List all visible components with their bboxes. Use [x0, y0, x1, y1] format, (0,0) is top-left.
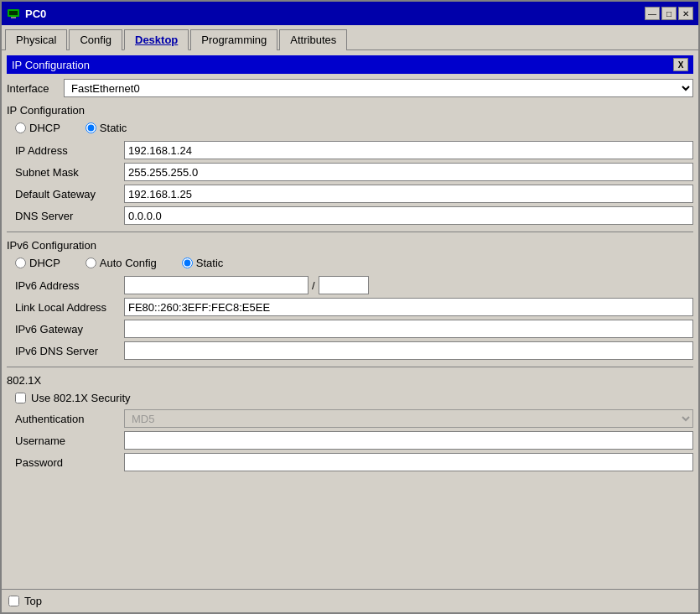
auth-label: Authentication: [7, 413, 124, 425]
app-icon: [7, 7, 20, 20]
username-row: Username: [7, 431, 693, 450]
interface-label: Interface: [7, 82, 57, 95]
ipv6-auto-radio-label[interactable]: Auto Config: [86, 257, 157, 269]
use-dot1x-label: Use 802.1X Security: [31, 392, 131, 404]
top-checkbox[interactable]: [8, 596, 19, 606]
use-dot1x-checkbox[interactable]: [15, 393, 26, 403]
ipv6-dns-label: IPv6 DNS Server: [7, 345, 124, 357]
dot1x-checkbox-row: Use 802.1X Security: [7, 392, 693, 404]
dhcp-radio-label[interactable]: DHCP: [15, 122, 60, 134]
default-gateway-row: Default Gateway: [7, 185, 693, 203]
ipv6-dhcp-label: DHCP: [29, 257, 60, 269]
default-gateway-input[interactable]: [124, 185, 693, 203]
maximize-button[interactable]: □: [661, 7, 677, 20]
username-label: Username: [7, 434, 124, 447]
panel-title: IP Configuration: [12, 59, 90, 71]
default-gateway-label: Default Gateway: [7, 188, 124, 200]
title-bar: PC0 — □ ✕: [2, 2, 698, 25]
interface-row: Interface FastEthernet0: [7, 79, 693, 97]
tab-config[interactable]: Config: [69, 29, 122, 50]
main-content: IP Configuration X Interface FastEtherne…: [2, 50, 698, 589]
divider-1: [7, 232, 693, 232]
ipv6-dhcp-radio-label[interactable]: DHCP: [15, 257, 60, 269]
ipv6-config-title: IPv6 Configuration: [7, 239, 693, 252]
title-bar-left: PC0: [7, 7, 46, 20]
ipv6-gateway-row: IPv6 Gateway: [7, 320, 693, 338]
static-radio-label[interactable]: Static: [86, 122, 127, 134]
ipv6-dns-input[interactable]: [124, 341, 693, 360]
dhcp-radio[interactable]: [15, 122, 26, 133]
link-local-label: Link Local Address: [7, 301, 124, 314]
ipv6-address-row: IPv6 Address /: [7, 276, 693, 294]
password-input[interactable]: [124, 453, 693, 471]
interface-select[interactable]: FastEthernet0: [64, 79, 693, 97]
close-button[interactable]: ✕: [678, 7, 693, 20]
ip-address-input[interactable]: [124, 141, 693, 159]
auth-select[interactable]: MD5: [124, 409, 693, 428]
tab-physical[interactable]: Physical: [5, 29, 67, 50]
minimize-button[interactable]: —: [645, 7, 660, 20]
ip-mode-row: DHCP Static: [7, 122, 693, 134]
subnet-mask-input[interactable]: [124, 163, 693, 181]
ipv6-gateway-label: IPv6 Gateway: [7, 323, 124, 336]
ip-address-row: IP Address: [7, 141, 693, 159]
ipv6-auto-radio[interactable]: [86, 258, 96, 268]
tab-attributes[interactable]: Attributes: [279, 29, 347, 50]
dot1x-title: 802.1X: [7, 374, 693, 387]
auth-row: Authentication MD5: [7, 409, 693, 428]
tab-programming[interactable]: Programming: [190, 29, 277, 50]
divider-2: [7, 367, 693, 367]
ip-config-title: IP Configuration: [7, 104, 693, 117]
dns-server-row: DNS Server: [7, 206, 693, 225]
ipv6-gateway-input[interactable]: [124, 320, 693, 338]
ipv6-static-radio[interactable]: [182, 258, 193, 268]
ipv6-static-radio-label[interactable]: Static: [182, 257, 224, 269]
ipv6-slash: /: [309, 279, 319, 292]
dhcp-label: DHCP: [29, 122, 60, 134]
main-window: PC0 — □ ✕ Physical Config Desktop Progra…: [0, 0, 700, 614]
svg-rect-2: [11, 17, 16, 18]
tab-desktop[interactable]: Desktop: [124, 29, 189, 50]
ipv6-dhcp-radio[interactable]: [15, 258, 26, 268]
ipv6-dns-row: IPv6 DNS Server: [7, 341, 693, 360]
dot1x-section: 802.1X Use 802.1X Security Authenticatio…: [7, 374, 693, 471]
ipv6-address-input[interactable]: [124, 276, 309, 294]
ipv6-config-section: IPv6 Configuration DHCP Auto Config Stat…: [7, 239, 693, 360]
static-label: Static: [100, 122, 127, 134]
top-label: Top: [24, 595, 42, 607]
panel-close-button[interactable]: X: [673, 58, 688, 71]
ipv6-auto-label: Auto Config: [100, 257, 157, 269]
tab-bar: Physical Config Desktop Programming Attr…: [2, 25, 698, 50]
ip-config-section: IP Configuration DHCP Static IP Address …: [7, 104, 693, 225]
password-row: Password: [7, 453, 693, 471]
svg-rect-1: [9, 11, 18, 15]
ipv6-mode-row: DHCP Auto Config Static: [7, 257, 693, 269]
subnet-mask-label: Subnet Mask: [7, 166, 124, 179]
password-label: Password: [7, 456, 124, 469]
ipv6-address-label: IPv6 Address: [7, 279, 124, 292]
link-local-input[interactable]: [124, 298, 693, 316]
dns-server-input[interactable]: [124, 206, 693, 225]
ipv6-static-label: Static: [196, 257, 224, 269]
panel-header: IP Configuration X: [7, 55, 693, 74]
link-local-row: Link Local Address: [7, 298, 693, 316]
ip-address-label: IP Address: [7, 144, 124, 157]
bottom-bar: Top: [2, 589, 698, 612]
ipv6-prefix-input[interactable]: [319, 276, 369, 294]
window-title: PC0: [25, 8, 46, 20]
title-bar-buttons: — □ ✕: [645, 7, 693, 20]
dns-server-label: DNS Server: [7, 210, 124, 222]
static-radio[interactable]: [86, 122, 96, 133]
username-input[interactable]: [124, 431, 693, 450]
subnet-mask-row: Subnet Mask: [7, 163, 693, 181]
